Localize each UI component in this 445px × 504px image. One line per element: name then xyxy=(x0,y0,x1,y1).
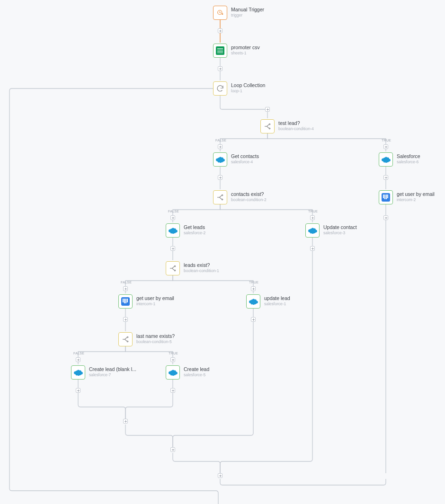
branch-label-false: FALSE xyxy=(121,281,132,284)
add-step-button[interactable] xyxy=(123,286,128,291)
add-step-button[interactable] xyxy=(76,388,80,393)
sheets-icon xyxy=(213,44,227,58)
branch-icon xyxy=(166,261,180,275)
svg-point-8 xyxy=(127,341,128,342)
node-create-lead-blank[interactable]: Create lead (blank l...salesforce-7 xyxy=(71,365,136,380)
salesforce-icon xyxy=(213,152,227,167)
branch-label-true: TRUE xyxy=(308,210,318,213)
branch-label-true: TRUE xyxy=(249,281,258,284)
add-step-button[interactable] xyxy=(170,357,175,362)
intercom-icon xyxy=(118,294,133,309)
salesforce-icon xyxy=(379,152,393,167)
add-step-button[interactable] xyxy=(218,144,222,149)
node-title: Manual Trigger xyxy=(231,7,264,13)
node-loop[interactable]: Loop Collectionloop-1 xyxy=(213,81,265,96)
branch-label-false: FALSE xyxy=(73,352,84,355)
salesforce-icon xyxy=(246,294,260,309)
add-step-button[interactable] xyxy=(383,175,388,180)
add-step-button[interactable] xyxy=(383,215,388,220)
node-sheets[interactable]: promoter csvsheets-1 xyxy=(213,44,260,58)
add-step-button[interactable] xyxy=(170,215,175,220)
node-update-lead[interactable]: update leadsalesforce-1 xyxy=(246,294,290,309)
workflow-canvas[interactable]: Manual Triggertrigger promoter csvsheets… xyxy=(0,0,445,504)
node-test-lead[interactable]: test lead?boolean-condition-4 xyxy=(260,119,314,133)
node-contacts-exist[interactable]: contacts exist?boolean-condition-2 xyxy=(213,190,267,204)
salesforce-icon xyxy=(166,365,180,380)
node-last-name-exists[interactable]: last name exists?boolean-condition-5 xyxy=(118,332,175,346)
add-step-button[interactable] xyxy=(310,246,315,251)
svg-point-4 xyxy=(222,199,222,200)
node-get-leads[interactable]: Get leadssalesforce-2 xyxy=(166,223,205,238)
salesforce-icon xyxy=(166,223,180,238)
node-leads-exist[interactable]: leads exist?boolean-condition-1 xyxy=(166,261,219,275)
node-get-user-2[interactable]: get user by emailintercom-2 xyxy=(379,190,435,204)
svg-point-6 xyxy=(174,270,175,271)
branch-label-true: TRUE xyxy=(169,352,178,355)
add-step-button[interactable] xyxy=(265,107,270,112)
node-get-contacts[interactable]: Get contactssalesforce-4 xyxy=(213,152,259,167)
branch-label-true: TRUE xyxy=(382,139,391,142)
branch-icon xyxy=(213,190,227,204)
add-step-button[interactable] xyxy=(123,317,128,322)
branch-label-false: FALSE xyxy=(168,210,179,213)
svg-point-7 xyxy=(127,336,128,337)
add-step-button[interactable] xyxy=(310,215,315,220)
svg-point-5 xyxy=(174,265,175,266)
add-step-button[interactable] xyxy=(170,447,175,452)
add-step-button[interactable] xyxy=(218,473,222,478)
svg-point-1 xyxy=(269,124,270,124)
branch-label-false: FALSE xyxy=(215,139,226,142)
add-step-button[interactable] xyxy=(76,357,80,362)
node-manual-trigger[interactable]: Manual Triggertrigger xyxy=(213,6,264,20)
loop-icon xyxy=(213,81,227,96)
add-step-button[interactable] xyxy=(218,28,222,33)
node-update-contact[interactable]: Update contactsalesforce-3 xyxy=(305,223,357,238)
salesforce-icon xyxy=(305,223,320,238)
node-create-lead[interactable]: Create leadsalesforce-5 xyxy=(166,365,209,380)
intercom-icon xyxy=(379,190,393,204)
add-step-button[interactable] xyxy=(383,144,388,149)
branch-icon xyxy=(260,119,275,133)
node-salesforce-6[interactable]: Salesforcesalesforce-6 xyxy=(379,152,420,167)
node-sub: trigger xyxy=(231,13,264,18)
trigger-icon xyxy=(213,6,227,20)
add-step-button[interactable] xyxy=(251,317,256,322)
add-step-button[interactable] xyxy=(251,286,256,291)
node-get-user-1[interactable]: get user by emailintercom-1 xyxy=(118,294,174,309)
svg-point-3 xyxy=(222,195,222,195)
add-step-button[interactable] xyxy=(170,246,175,251)
branch-icon xyxy=(118,332,133,346)
add-step-button[interactable] xyxy=(218,175,222,180)
add-step-button[interactable] xyxy=(170,388,175,393)
add-step-button[interactable] xyxy=(123,419,128,424)
salesforce-icon xyxy=(71,365,85,380)
svg-point-2 xyxy=(269,128,270,129)
connector-layer xyxy=(0,0,445,504)
add-step-button[interactable] xyxy=(218,66,222,71)
